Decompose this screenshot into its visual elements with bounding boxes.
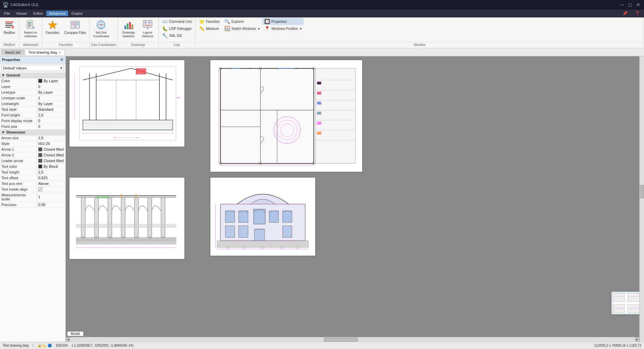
svg-rect-93 [121,198,125,238]
ribbon-btn-cmdline[interactable]: ⌨️ Command Line [160,18,194,25]
prop-leaderarrow: Leader arrow Closed filled [0,158,65,164]
svg-rect-124 [254,229,265,241]
prop-color: Color By Layer [0,78,65,84]
ribbon-btn-stats[interactable]: DrawingsStatistics [119,18,138,40]
ribbon-btn-properties[interactable]: 🔲 Properties [262,18,304,25]
properties-dropdown[interactable]: Default Values ▾ [1,65,64,71]
menu-help-icon[interactable]: ❓ [632,10,643,16]
prop-precision: Precision 0.00 [0,202,65,208]
svg-rect-33 [69,60,184,147]
svg-rect-30 [148,21,151,23]
ribbon-btn-switchwin[interactable]: 🪟 Switch Windows ▾ [222,25,262,32]
scroll-left-btn[interactable]: ◄ [66,337,70,342]
svg-rect-74 [317,102,321,104]
prop-textinsidealign: Text inside align [0,187,65,192]
tab-testdrawing[interactable]: Test drawing.dwg ✕ [25,49,65,55]
ribbon-btn-xmlide[interactable]: 🔧 XML IDE [160,32,194,39]
menu-advanced[interactable]: Advanced [46,11,68,16]
svg-rect-64 [315,68,355,163]
svg-rect-118 [254,209,265,224]
tab-new2dxf[interactable]: New2.dxf [1,49,24,55]
svg-rect-6 [28,22,32,23]
svg-rect-95 [148,198,152,238]
svg-rect-75 [317,112,321,114]
ribbon-section-content-lisp: ⌨️ Command Line 🐛 LISP Debugger 🔧 XML ID… [160,18,194,42]
mini-map[interactable] [611,291,641,315]
minimize-button[interactable]: ─ [619,2,625,8]
ribbon-btn-explorer[interactable]: 🔍 Explorer [222,18,262,25]
menu-editor[interactable]: Editor [31,11,46,16]
drawing-panel-2[interactable] [210,60,363,172]
prop-textposvert: Text pos vert Above [0,181,65,187]
canvas-scrollbar-right[interactable] [639,56,644,342]
redline-section-label: Redline [1,42,17,47]
title-bar-left: 🖥️ CADEditorX OLE [3,2,39,7]
scroll-right-btn[interactable]: ► [635,337,639,342]
redline-icon [4,19,15,30]
xmlide-label: XML IDE [169,34,182,38]
status-filename: Test drawing.dwg [3,344,29,347]
prop-group-dimension[interactable]: ▼ Dimension [0,130,65,135]
svg-rect-14 [71,22,74,23]
text-inside-align-checkbox[interactable] [38,187,42,191]
svg-rect-137 [613,304,625,313]
ribbon-btn-layout[interactable]: LayoutDetector [139,18,157,40]
advanced-section-label: Advanced [20,42,41,47]
canvas-scrollbar-bottom[interactable]: ◄ ► [66,337,639,342]
sidebar-header: Properties ✕ [0,56,65,63]
close-button[interactable]: ✕ [635,2,641,8]
prop-group-general[interactable]: ▼ General [0,72,65,78]
properties-label: Properties [271,20,287,23]
ribbon-btn-geo[interactable]: Set GeoCoordinates [91,18,111,40]
lisp-section-label: Lisp [160,42,194,47]
ribbon-btn-winpos[interactable]: 📍 Windows Position ▾ [262,25,304,32]
sidebar-close-icon[interactable]: ✕ [60,57,63,62]
menu-viewer[interactable]: Viewer [13,11,30,16]
status-right: 112009,2 x 78408,16 x 1155,72 [594,344,641,347]
ribbon-section-content-fav: Favorites Compare Files [44,18,88,42]
ribbon-btn-redline[interactable]: Redline [1,18,17,36]
status-icon-1: 🔒 [38,344,42,347]
ribbon-btn-favorites[interactable]: Favorites [44,18,61,36]
ribbon-section-content-geo: Set GeoCoordinates [91,18,116,42]
menu-output[interactable]: Output [69,11,85,16]
canvas-area[interactable]: ◄─────────────► ◄► [66,56,644,342]
drawing-panel-3[interactable] [69,177,185,259]
svg-rect-7 [28,23,31,24]
prop-linetype: Linetype By Layer [0,90,65,95]
ribbon-btn-lisp[interactable]: 🐛 LISP Debugger [160,25,194,32]
title-bar: 🖥️ CADEditorX OLE ─ ◻ ✕ [0,0,644,9]
svg-rect-1 [5,23,12,24]
stats-icon [123,19,134,30]
menu-file[interactable]: File [1,11,13,16]
drawing-panel-4[interactable] [210,177,316,256]
geo-label: Set GeoCoordinates [93,31,109,38]
svg-rect-0 [5,21,13,22]
svg-rect-29 [144,21,147,23]
menu-pin-icon[interactable]: 📌 [620,10,630,16]
prop-textoffset: Text offset 0,625 [0,175,65,181]
svg-point-4 [11,26,14,29]
drawing-panel-1[interactable]: ◄─────────────► ◄► [69,60,185,147]
ribbon-btn-compare[interactable]: Compare Files [62,18,88,36]
leader-swatch [38,159,42,163]
ribbon-btn-report[interactable]: A Report onAttributes [20,18,41,40]
ribbon-btn-measure[interactable]: 📏 Measure [197,25,222,32]
lisp-icon: 🐛 [162,26,168,31]
tab-new2dxf-label: New2.dxf [5,50,20,54]
svg-rect-120 [282,211,292,222]
tab-testdrawing-close[interactable]: ✕ [58,51,61,54]
svg-rect-23 [124,26,126,29]
layout-icon [142,19,153,30]
ribbon-section-content-adv: A Report onAttributes [20,18,41,42]
ribbon-btn-winFavorites[interactable]: ⭐ Favorites [197,18,222,25]
restore-button[interactable]: ◻ [627,2,633,8]
measure-label: Measure [206,27,219,31]
svg-rect-76 [317,122,321,124]
status-coordinates: (-1,428558E7; -5352093; -1,884604E-14) [72,344,133,347]
prop-style: Style ISO-25 [0,141,65,147]
model-tab[interactable]: Model [67,331,84,336]
dimension-label: Dimension [6,130,25,134]
menu-bar: File Viewer Editor Advanced Output 📌 ❓ [0,9,644,17]
ribbon-section-advanced: A Report onAttributes Advanced [19,17,42,48]
